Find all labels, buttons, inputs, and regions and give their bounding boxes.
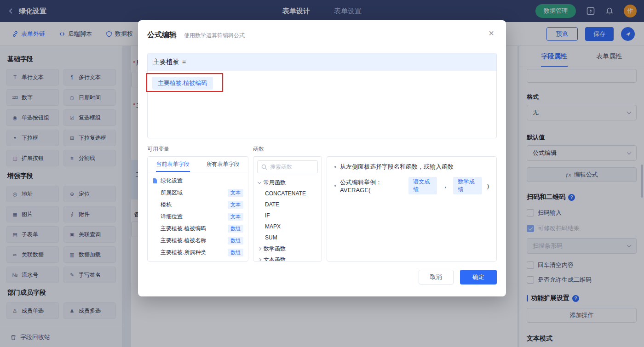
tab-all-form-fields[interactable]: 所有表单字段 [198, 157, 248, 172]
chevron-right-icon [258, 258, 261, 262]
document-icon [152, 178, 158, 184]
variable-row[interactable]: 主要植被.所属种类数组 [152, 246, 243, 258]
variable-row[interactable]: 楼栋文本 [152, 199, 243, 210]
help-text: 公式编辑举例：AVERAGE( [340, 178, 403, 193]
tab-current-form-fields[interactable]: 当前表单字段 [148, 157, 198, 172]
variable-row[interactable]: 所属区域文本 [152, 187, 243, 199]
variable-name: 详细位置 [161, 213, 183, 221]
dialog-title: 公式编辑 [147, 30, 177, 40]
bullet-icon [334, 185, 336, 187]
function-search-input[interactable] [270, 164, 312, 170]
variable-name: 主要植被.所属种类 [161, 249, 206, 256]
close-icon[interactable]: × [489, 28, 494, 38]
search-icon [261, 164, 267, 170]
help-line: 从左侧面板选择字段名和函数，或输入函数 [334, 163, 489, 171]
variable-type-badge: 数组 [228, 225, 243, 233]
formula-input-area[interactable]: 主要植被.植被编码 [148, 71, 496, 138]
function-item[interactable]: CONCATENATE [253, 188, 322, 199]
function-group-math[interactable]: 数学函数 [253, 243, 322, 254]
equals-sign: = [182, 58, 186, 66]
help-line: 公式编辑举例：AVERAGE(语文成绩，数学成绩) [334, 177, 489, 194]
variable-name: 所属区域 [161, 189, 183, 197]
help-panel: 从左侧面板选择字段名和函数，或输入函数 公式编辑举例：AVERAGE(语文成绩，… [327, 156, 497, 262]
function-group-text[interactable]: 文本函数 [253, 254, 322, 262]
help-text: ) [487, 182, 489, 189]
function-group-common[interactable]: 常用函数 [253, 177, 322, 188]
variable-row[interactable]: 主要植被.植被名称数组 [152, 234, 243, 246]
variable-type-badge: 文本 [228, 213, 243, 221]
function-group-label: 文本函数 [264, 256, 286, 262]
variable-name: 楼栋 [161, 201, 172, 209]
chevron-down-icon [258, 180, 261, 184]
form-node[interactable]: 绿化设置 [152, 175, 243, 187]
dialog-subtitle: 使用数学运算符编辑公式 [184, 32, 245, 40]
functions-panel: 常用函数 CONCATENATE DATE IF MAPX SUM 数学函数 文… [253, 156, 322, 262]
cancel-button[interactable]: 取消 [419, 270, 454, 284]
variable-type-badge: 文本 [228, 201, 243, 209]
function-item[interactable]: MAPX [253, 221, 322, 232]
formula-field-token[interactable]: 主要植被.植被编码 [152, 77, 213, 90]
variable-name: 主要植被.植被名称 [161, 237, 206, 245]
formula-editor: 主要植被 = 主要植被.植被编码 [147, 53, 497, 138]
function-group-label: 数学函数 [264, 245, 286, 253]
variable-row[interactable]: 主要植被.植被编码数组 [152, 222, 243, 234]
confirm-button[interactable]: 确定 [460, 270, 497, 284]
variable-type-badge: 数组 [228, 237, 243, 245]
variable-row[interactable]: 详细位置文本 [152, 210, 243, 222]
variable-type-badge: 数组 [228, 249, 243, 256]
bullet-icon [334, 166, 336, 168]
example-field-tag: 语文成绩 [408, 177, 437, 194]
function-item[interactable]: DATE [253, 199, 322, 210]
chevron-right-icon [258, 247, 261, 250]
formula-edit-dialog: 公式编辑 使用数学运算符编辑公式 × 主要植被 = 主要植被.植被编码 可用变量… [138, 20, 506, 296]
function-group-label: 常用函数 [264, 179, 286, 187]
formula-target-name: 主要植被 [153, 58, 179, 66]
help-text: 从左侧面板选择字段名和函数，或输入函数 [340, 163, 454, 171]
variables-panel: 当前表单字段 所有表单字段 绿化设置 所属区域文本 楼栋文本 详细位置文本 主要… [147, 156, 248, 262]
functions-label: 函数 [253, 145, 264, 153]
example-field-tag: 数学成绩 [453, 177, 482, 194]
form-node-label: 绿化设置 [161, 177, 183, 185]
function-search[interactable] [257, 160, 318, 173]
variable-type-badge: 文本 [228, 189, 243, 197]
variables-label: 可用变量 [147, 145, 253, 153]
function-item[interactable]: IF [253, 210, 322, 221]
help-text: ， [442, 182, 448, 190]
variable-name: 主要植被.植被编码 [161, 225, 206, 233]
formula-target-bar: 主要植被 = [148, 53, 496, 71]
function-item[interactable]: SUM [253, 232, 322, 243]
